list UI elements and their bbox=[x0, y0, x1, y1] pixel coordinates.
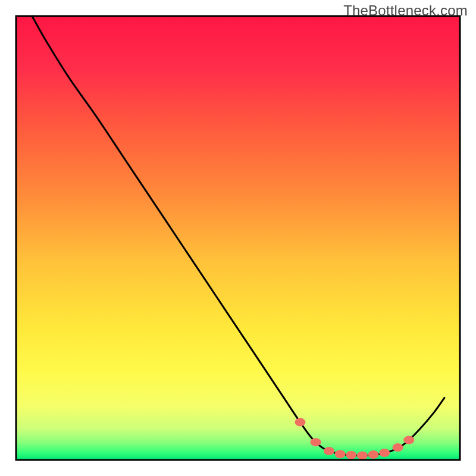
data-marker bbox=[311, 438, 321, 446]
data-marker bbox=[403, 436, 414, 444]
data-marker bbox=[393, 443, 403, 452]
data-marker bbox=[335, 450, 346, 458]
data-marker bbox=[368, 450, 379, 459]
data-marker bbox=[346, 451, 356, 459]
data-marker bbox=[379, 449, 390, 457]
chart-svg bbox=[0, 0, 476, 476]
data-marker bbox=[324, 447, 334, 455]
site-watermark: TheBottleneck.com bbox=[343, 2, 468, 19]
data-marker bbox=[295, 418, 305, 427]
data-marker bbox=[357, 452, 368, 460]
bottleneck-chart: TheBottleneck.com bbox=[0, 0, 476, 476]
gradient-background bbox=[16, 16, 460, 460]
